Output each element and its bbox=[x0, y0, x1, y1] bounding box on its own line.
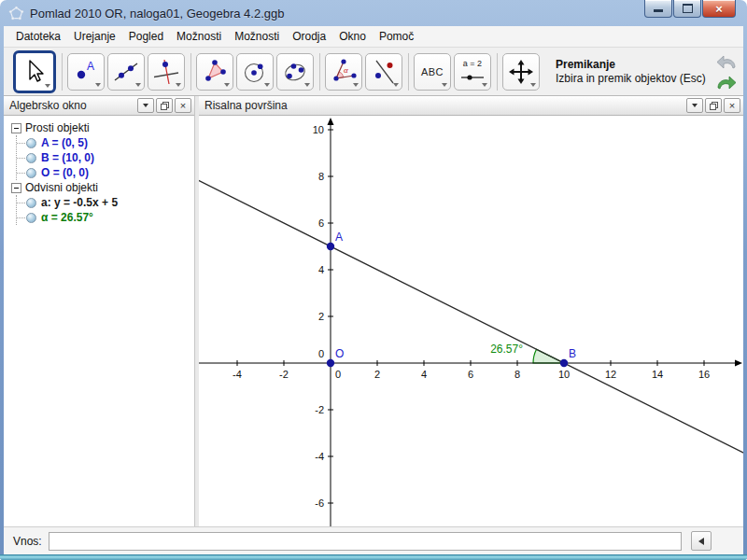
geogebra-logo-icon bbox=[8, 6, 24, 21]
close-icon: × bbox=[729, 101, 735, 111]
tool-dropdown-arrow-icon[interactable] bbox=[224, 83, 230, 87]
new-point-icon: A bbox=[72, 58, 100, 86]
tool-circle-with-center-button[interactable] bbox=[236, 53, 274, 91]
tool-slider-button[interactable]: a = 2 bbox=[454, 53, 491, 91]
tool-move-button[interactable] bbox=[13, 50, 56, 93]
window-controls: × bbox=[643, 0, 736, 18]
input-help-button[interactable] bbox=[691, 531, 712, 551]
graphics-canvas: -4-2246810121416108642-2-4-60026.57°ABO bbox=[199, 116, 743, 526]
tool-dropdown-arrow-icon[interactable] bbox=[530, 83, 536, 87]
tool-dropdown-arrow-icon[interactable] bbox=[45, 84, 50, 88]
x-tick-label: -4 bbox=[233, 369, 242, 380]
ellipse-icon bbox=[281, 58, 309, 86]
tool-dropdown-arrow-icon[interactable] bbox=[304, 83, 310, 87]
menu-item-pomo[interactable]: Pomoč bbox=[373, 28, 420, 45]
y-tick-label: -4 bbox=[315, 451, 324, 462]
menu-item-datoteka[interactable]: Datoteka bbox=[9, 28, 67, 45]
collapse-minus-icon[interactable] bbox=[11, 183, 21, 193]
drawing-pad[interactable]: -4-2246810121416108642-2-4-60026.57°ABO bbox=[199, 116, 743, 526]
tool-dropdown-arrow-icon[interactable] bbox=[442, 83, 447, 87]
graphics-panel-undock-button[interactable] bbox=[705, 98, 722, 113]
algebra-panel-title: Algebrsko okno bbox=[9, 99, 135, 112]
tree-section-prosti-objekti[interactable]: Prosti objekti bbox=[11, 120, 194, 135]
tool-perpendicular-line-button[interactable] bbox=[148, 53, 185, 91]
graphics-panel-close-button[interactable]: × bbox=[724, 98, 740, 113]
close-button[interactable]: × bbox=[702, 0, 736, 18]
graphics-panel-header: Risalna površina × bbox=[199, 96, 743, 116]
menu-item-orodja[interactable]: Orodja bbox=[286, 28, 332, 45]
tree-section-label: Odvisni objekti bbox=[25, 181, 98, 194]
undo-button[interactable] bbox=[714, 52, 739, 71]
point-B[interactable] bbox=[560, 359, 568, 367]
algebra-object-row[interactable]: a: y = -0.5x + 5 bbox=[17, 195, 194, 210]
titlebar: Pomlad 2010 OR, naloga01, Geogebra 4.2.g… bbox=[0, 0, 747, 26]
tool-new-point-button[interactable]: A bbox=[67, 53, 105, 91]
tool-ellipse-button[interactable] bbox=[276, 53, 314, 91]
tool-angle-button[interactable]: α bbox=[325, 53, 362, 91]
visibility-marble-icon[interactable] bbox=[26, 153, 36, 163]
point-A[interactable] bbox=[327, 243, 334, 250]
close-icon: × bbox=[180, 101, 186, 111]
toolbar-separator bbox=[319, 53, 320, 91]
tree-section-label: Prosti objekti bbox=[25, 121, 90, 134]
collapse-minus-icon[interactable] bbox=[11, 123, 21, 133]
line-a[interactable] bbox=[199, 180, 743, 455]
tool-dropdown-arrow-icon[interactable] bbox=[482, 83, 487, 87]
maximize-button[interactable] bbox=[673, 0, 701, 18]
move-cursor-icon bbox=[21, 58, 49, 86]
origin-label-y: 0 bbox=[318, 348, 324, 359]
tree-section-odvisni-objekti[interactable]: Odvisni objekti bbox=[11, 180, 194, 195]
menu-item-pogled[interactable]: Pogled bbox=[122, 28, 170, 45]
visibility-marble-icon[interactable] bbox=[26, 168, 36, 178]
algebra-object-text: B = (10, 0) bbox=[41, 151, 94, 164]
tool-polygon-button[interactable] bbox=[196, 53, 233, 91]
tool-dropdown-arrow-icon[interactable] bbox=[393, 83, 399, 87]
x-tick-label: 2 bbox=[374, 369, 380, 380]
tool-dropdown-arrow-icon[interactable] bbox=[135, 83, 141, 87]
dropdown-arrow-icon bbox=[143, 104, 148, 107]
undo-redo-group bbox=[714, 52, 739, 91]
tool-reflection-button[interactable] bbox=[365, 53, 402, 91]
y-tick-label: 10 bbox=[313, 124, 324, 135]
x-tick-label: 8 bbox=[514, 369, 520, 380]
y-tick-label: 8 bbox=[318, 171, 324, 182]
origin-label-x: 0 bbox=[335, 369, 341, 380]
menu-item-mo-nosti[interactable]: Možnosti bbox=[170, 28, 228, 45]
visibility-marble-icon[interactable] bbox=[26, 198, 36, 208]
tree-items: a: y = -0.5x + 5α = 26.57° bbox=[16, 195, 194, 225]
minimize-button[interactable] bbox=[644, 0, 672, 18]
visibility-marble-icon[interactable] bbox=[26, 138, 36, 148]
tool-move-graphics-view-button[interactable] bbox=[502, 53, 540, 91]
client-area: DatotekaUrejanjePogledMožnostiMožnostiOr… bbox=[4, 26, 743, 554]
circle-icon bbox=[241, 58, 269, 86]
algebra-panel-menu-button[interactable] bbox=[137, 98, 154, 113]
menu-item-mo-nosti[interactable]: Možnosti bbox=[228, 28, 286, 45]
algebra-object-row[interactable]: A = (0, 5) bbox=[17, 135, 194, 150]
close-icon: × bbox=[715, 2, 723, 16]
tool-dropdown-arrow-icon[interactable] bbox=[176, 83, 181, 87]
tree-connector bbox=[17, 143, 25, 144]
tool-dropdown-arrow-icon[interactable] bbox=[353, 83, 359, 87]
algebra-object-row[interactable]: B = (10, 0) bbox=[17, 150, 194, 165]
visibility-marble-icon[interactable] bbox=[26, 213, 36, 223]
algebra-panel-close-button[interactable]: × bbox=[175, 98, 191, 113]
algebra-object-row[interactable]: O = (0, 0) bbox=[17, 165, 194, 180]
tool-dropdown-arrow-icon[interactable] bbox=[264, 83, 270, 87]
point-label-O: O bbox=[335, 347, 344, 360]
menu-item-okno[interactable]: Okno bbox=[332, 28, 373, 45]
redo-button[interactable] bbox=[714, 73, 739, 91]
command-input[interactable] bbox=[49, 532, 682, 551]
algebra-object-row[interactable]: α = 26.57° bbox=[17, 210, 194, 225]
tool-dropdown-arrow-icon[interactable] bbox=[95, 83, 101, 87]
undock-icon bbox=[710, 102, 718, 110]
tool-insert-text-button[interactable]: ABC bbox=[414, 53, 451, 91]
graphics-panel-menu-button[interactable] bbox=[686, 98, 703, 113]
point-O[interactable] bbox=[327, 359, 334, 367]
menu-bar: DatotekaUrejanjePogledMožnostiMožnostiOr… bbox=[4, 26, 743, 48]
algebra-panel-undock-button[interactable] bbox=[156, 98, 173, 113]
y-tick-label: -2 bbox=[315, 404, 324, 415]
tree-items: A = (0, 5)B = (10, 0)O = (0, 0) bbox=[16, 135, 194, 180]
tool-line-through-two-points-button[interactable] bbox=[107, 53, 145, 91]
menu-item-urejanje[interactable]: Urejanje bbox=[67, 28, 122, 45]
toolbar-separator bbox=[408, 53, 409, 91]
